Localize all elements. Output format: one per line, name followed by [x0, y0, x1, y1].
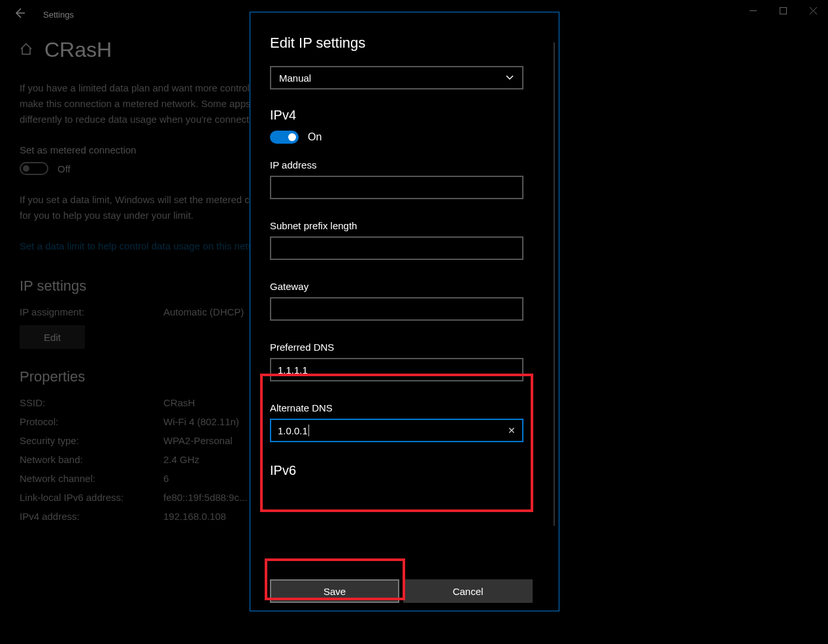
modal-title: Edit IP settings: [270, 35, 539, 52]
alternate-dns-label: Alternate DNS: [270, 402, 539, 413]
ipv4-toggle-state: On: [308, 131, 322, 143]
property-value: fe80::19f:5d88:9c...: [163, 492, 247, 503]
ipv4-toggle[interactable]: [270, 131, 299, 144]
ip-assignment-value: Automatic (DHCP): [163, 306, 244, 317]
clear-input-icon[interactable]: ✕: [508, 425, 516, 436]
property-value: WPA2-Personal: [163, 435, 233, 446]
property-value: 2.4 GHz: [163, 454, 199, 465]
ip-address-label: IP address: [270, 159, 539, 170]
property-key: Security type:: [20, 435, 163, 446]
property-value: CRasH: [163, 397, 195, 408]
page-title: CRasH: [44, 38, 112, 62]
property-value: 192.168.0.108: [163, 511, 226, 522]
ipv6-heading: IPv6: [270, 463, 539, 478]
window-minimize-button[interactable]: [738, 0, 768, 21]
window-close-button[interactable]: [798, 0, 828, 21]
ip-mode-dropdown[interactable]: Manual: [270, 66, 523, 89]
property-key: Network channel:: [20, 473, 163, 484]
home-icon: [20, 42, 33, 58]
ipv4-heading: IPv4: [270, 108, 539, 123]
ip-address-input[interactable]: [270, 176, 523, 199]
property-value: Wi-Fi 4 (802.11n): [163, 416, 239, 427]
save-button[interactable]: Save: [270, 579, 399, 603]
subnet-input[interactable]: [270, 236, 523, 260]
subnet-label: Subnet prefix length: [270, 220, 539, 231]
preferred-dns-input[interactable]: 1.1.1.1: [270, 358, 523, 381]
chevron-down-icon: [505, 72, 514, 84]
modal-scrollbar[interactable]: [554, 42, 555, 526]
back-arrow-icon[interactable]: [13, 7, 26, 22]
preferred-dns-label: Preferred DNS: [270, 342, 539, 353]
edit-button[interactable]: Edit: [20, 325, 85, 349]
edit-ip-settings-dialog: Edit IP settings Manual IPv4 On IP addre…: [250, 12, 559, 611]
metered-toggle[interactable]: [20, 162, 48, 175]
svg-rect-1: [780, 7, 786, 14]
property-value: 6: [163, 473, 169, 484]
alternate-dns-input[interactable]: 1.0.0.1 ✕: [270, 419, 523, 442]
property-key: IPv4 address:: [20, 511, 163, 522]
ip-assignment-label: IP assignment:: [20, 306, 163, 317]
property-key: Protocol:: [20, 416, 163, 427]
app-title: Settings: [43, 10, 74, 20]
gateway-input[interactable]: [270, 297, 523, 321]
property-key: Link-local IPv6 address:: [20, 492, 163, 503]
gateway-label: Gateway: [270, 281, 539, 292]
metered-toggle-state: Off: [58, 163, 71, 174]
property-key: Network band:: [20, 454, 163, 465]
ip-mode-value: Manual: [279, 72, 311, 84]
property-key: SSID:: [20, 397, 163, 408]
window-maximize-button[interactable]: [768, 0, 798, 21]
cancel-button[interactable]: Cancel: [403, 579, 533, 603]
